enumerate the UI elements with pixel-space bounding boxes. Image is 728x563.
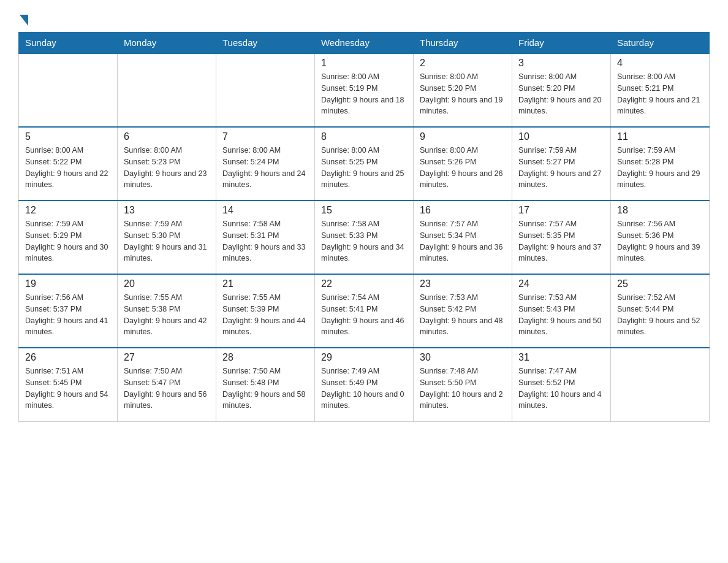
day-info: Sunrise: 7:55 AM Sunset: 5:38 PM Dayligh… bbox=[124, 292, 210, 338]
day-number: 14 bbox=[222, 205, 308, 216]
calendar-cell: 6Sunrise: 8:00 AM Sunset: 5:23 PM Daylig… bbox=[118, 127, 216, 201]
day-number: 24 bbox=[518, 278, 604, 289]
column-header-monday: Monday bbox=[118, 33, 216, 54]
calendar-table: SundayMondayTuesdayWednesdayThursdayFrid… bbox=[18, 32, 710, 422]
calendar-cell: 28Sunrise: 7:50 AM Sunset: 5:48 PM Dayli… bbox=[216, 348, 315, 421]
day-info: Sunrise: 7:54 AM Sunset: 5:41 PM Dayligh… bbox=[321, 292, 407, 338]
day-number: 28 bbox=[222, 352, 308, 363]
day-number: 26 bbox=[25, 352, 111, 363]
calendar-cell: 17Sunrise: 7:57 AM Sunset: 5:35 PM Dayli… bbox=[512, 201, 611, 274]
day-number: 12 bbox=[25, 205, 111, 216]
day-info: Sunrise: 8:00 AM Sunset: 5:24 PM Dayligh… bbox=[222, 145, 308, 191]
day-info: Sunrise: 8:00 AM Sunset: 5:23 PM Dayligh… bbox=[124, 145, 210, 191]
day-info: Sunrise: 7:56 AM Sunset: 5:37 PM Dayligh… bbox=[25, 292, 111, 338]
column-header-sunday: Sunday bbox=[19, 33, 118, 54]
day-info: Sunrise: 7:57 AM Sunset: 5:35 PM Dayligh… bbox=[518, 218, 604, 264]
calendar-cell: 27Sunrise: 7:50 AM Sunset: 5:47 PM Dayli… bbox=[118, 348, 216, 421]
day-number: 25 bbox=[617, 278, 703, 289]
day-number: 4 bbox=[617, 58, 703, 69]
day-number: 6 bbox=[124, 131, 210, 142]
calendar-cell: 31Sunrise: 7:47 AM Sunset: 5:52 PM Dayli… bbox=[512, 348, 611, 421]
calendar-cell: 24Sunrise: 7:53 AM Sunset: 5:43 PM Dayli… bbox=[512, 274, 611, 348]
calendar-week-row: 5Sunrise: 8:00 AM Sunset: 5:22 PM Daylig… bbox=[19, 127, 710, 201]
day-info: Sunrise: 7:59 AM Sunset: 5:29 PM Dayligh… bbox=[25, 218, 111, 264]
day-number: 17 bbox=[518, 205, 604, 216]
calendar-cell: 3Sunrise: 8:00 AM Sunset: 5:20 PM Daylig… bbox=[512, 53, 611, 127]
day-number: 15 bbox=[321, 205, 407, 216]
calendar-cell: 9Sunrise: 8:00 AM Sunset: 5:26 PM Daylig… bbox=[414, 127, 512, 201]
calendar-cell: 23Sunrise: 7:53 AM Sunset: 5:42 PM Dayli… bbox=[414, 274, 512, 348]
day-info: Sunrise: 7:58 AM Sunset: 5:31 PM Dayligh… bbox=[222, 218, 308, 264]
day-number: 19 bbox=[25, 278, 111, 289]
calendar-week-row: 12Sunrise: 7:59 AM Sunset: 5:29 PM Dayli… bbox=[19, 201, 710, 274]
calendar-cell: 29Sunrise: 7:49 AM Sunset: 5:49 PM Dayli… bbox=[315, 348, 414, 421]
column-header-friday: Friday bbox=[512, 33, 611, 54]
day-info: Sunrise: 8:00 AM Sunset: 5:20 PM Dayligh… bbox=[420, 71, 506, 117]
day-info: Sunrise: 8:00 AM Sunset: 5:21 PM Dayligh… bbox=[617, 71, 703, 117]
day-info: Sunrise: 8:00 AM Sunset: 5:25 PM Dayligh… bbox=[321, 145, 407, 191]
day-info: Sunrise: 8:00 AM Sunset: 5:20 PM Dayligh… bbox=[518, 71, 604, 117]
day-number: 22 bbox=[321, 278, 407, 289]
calendar-cell: 14Sunrise: 7:58 AM Sunset: 5:31 PM Dayli… bbox=[216, 201, 315, 274]
calendar-cell: 7Sunrise: 8:00 AM Sunset: 5:24 PM Daylig… bbox=[216, 127, 315, 201]
day-number: 3 bbox=[518, 58, 604, 69]
day-number: 1 bbox=[321, 58, 407, 69]
calendar-cell: 25Sunrise: 7:52 AM Sunset: 5:44 PM Dayli… bbox=[611, 274, 710, 348]
day-info: Sunrise: 7:59 AM Sunset: 5:28 PM Dayligh… bbox=[617, 145, 703, 191]
calendar-cell: 22Sunrise: 7:54 AM Sunset: 5:41 PM Dayli… bbox=[315, 274, 414, 348]
day-info: Sunrise: 7:49 AM Sunset: 5:49 PM Dayligh… bbox=[321, 366, 407, 412]
calendar-week-row: 19Sunrise: 7:56 AM Sunset: 5:37 PM Dayli… bbox=[19, 274, 710, 348]
day-info: Sunrise: 8:00 AM Sunset: 5:19 PM Dayligh… bbox=[321, 71, 407, 117]
calendar-cell: 16Sunrise: 7:57 AM Sunset: 5:34 PM Dayli… bbox=[414, 201, 512, 274]
day-number: 29 bbox=[321, 352, 407, 363]
day-number: 18 bbox=[617, 205, 703, 216]
calendar-cell bbox=[611, 348, 710, 421]
column-header-tuesday: Tuesday bbox=[216, 33, 315, 54]
day-info: Sunrise: 7:56 AM Sunset: 5:36 PM Dayligh… bbox=[617, 218, 703, 264]
calendar-cell: 12Sunrise: 7:59 AM Sunset: 5:29 PM Dayli… bbox=[19, 201, 118, 274]
logo-arrow-icon bbox=[20, 15, 28, 26]
calendar-cell: 13Sunrise: 7:59 AM Sunset: 5:30 PM Dayli… bbox=[118, 201, 216, 274]
calendar-week-row: 26Sunrise: 7:51 AM Sunset: 5:45 PM Dayli… bbox=[19, 348, 710, 421]
day-number: 5 bbox=[25, 131, 111, 142]
calendar-cell bbox=[19, 53, 118, 127]
calendar-cell: 18Sunrise: 7:56 AM Sunset: 5:36 PM Dayli… bbox=[611, 201, 710, 274]
day-number: 8 bbox=[321, 131, 407, 142]
day-number: 20 bbox=[124, 278, 210, 289]
day-number: 13 bbox=[124, 205, 210, 216]
column-header-wednesday: Wednesday bbox=[315, 33, 414, 54]
day-info: Sunrise: 8:00 AM Sunset: 5:26 PM Dayligh… bbox=[420, 145, 506, 191]
calendar-cell: 20Sunrise: 7:55 AM Sunset: 5:38 PM Dayli… bbox=[118, 274, 216, 348]
logo[interactable] bbox=[18, 12, 28, 26]
day-number: 10 bbox=[518, 131, 604, 142]
calendar-week-row: 1Sunrise: 8:00 AM Sunset: 5:19 PM Daylig… bbox=[19, 53, 710, 127]
column-header-thursday: Thursday bbox=[414, 33, 512, 54]
calendar-cell: 26Sunrise: 7:51 AM Sunset: 5:45 PM Dayli… bbox=[19, 348, 118, 421]
day-number: 9 bbox=[420, 131, 506, 142]
page-header bbox=[18, 12, 710, 26]
calendar-cell: 21Sunrise: 7:55 AM Sunset: 5:39 PM Dayli… bbox=[216, 274, 315, 348]
day-info: Sunrise: 7:58 AM Sunset: 5:33 PM Dayligh… bbox=[321, 218, 407, 264]
day-info: Sunrise: 7:53 AM Sunset: 5:43 PM Dayligh… bbox=[518, 292, 604, 338]
day-info: Sunrise: 7:50 AM Sunset: 5:47 PM Dayligh… bbox=[124, 366, 210, 412]
column-header-saturday: Saturday bbox=[611, 33, 710, 54]
calendar-header-row: SundayMondayTuesdayWednesdayThursdayFrid… bbox=[19, 33, 710, 54]
calendar-cell bbox=[216, 53, 315, 127]
day-number: 23 bbox=[420, 278, 506, 289]
day-info: Sunrise: 7:47 AM Sunset: 5:52 PM Dayligh… bbox=[518, 366, 604, 412]
day-info: Sunrise: 7:57 AM Sunset: 5:34 PM Dayligh… bbox=[420, 218, 506, 264]
calendar-cell: 10Sunrise: 7:59 AM Sunset: 5:27 PM Dayli… bbox=[512, 127, 611, 201]
day-number: 16 bbox=[420, 205, 506, 216]
day-info: Sunrise: 7:51 AM Sunset: 5:45 PM Dayligh… bbox=[25, 366, 111, 412]
calendar-cell: 15Sunrise: 7:58 AM Sunset: 5:33 PM Dayli… bbox=[315, 201, 414, 274]
day-number: 21 bbox=[222, 278, 308, 289]
day-number: 11 bbox=[617, 131, 703, 142]
calendar-cell: 4Sunrise: 8:00 AM Sunset: 5:21 PM Daylig… bbox=[611, 53, 710, 127]
day-info: Sunrise: 8:00 AM Sunset: 5:22 PM Dayligh… bbox=[25, 145, 111, 191]
day-info: Sunrise: 7:52 AM Sunset: 5:44 PM Dayligh… bbox=[617, 292, 703, 338]
day-number: 31 bbox=[518, 352, 604, 363]
calendar-cell: 30Sunrise: 7:48 AM Sunset: 5:50 PM Dayli… bbox=[414, 348, 512, 421]
calendar-cell: 19Sunrise: 7:56 AM Sunset: 5:37 PM Dayli… bbox=[19, 274, 118, 348]
day-number: 2 bbox=[420, 58, 506, 69]
calendar-cell: 11Sunrise: 7:59 AM Sunset: 5:28 PM Dayli… bbox=[611, 127, 710, 201]
